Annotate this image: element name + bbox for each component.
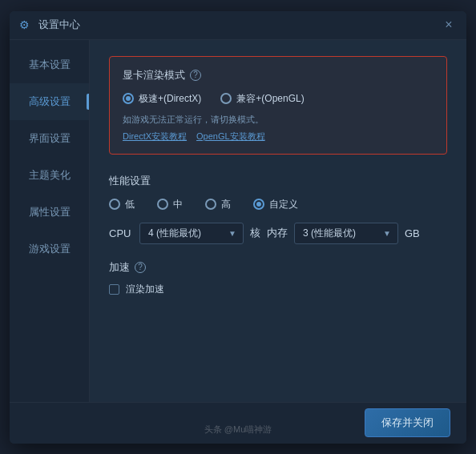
cpu-select[interactable]: 4 (性能最优) ▼ (139, 223, 244, 244)
renderer-directx-radio[interactable] (123, 93, 134, 104)
acceleration-title: 加速 ? (109, 260, 447, 275)
cpu-label: CPU (109, 227, 133, 239)
opengl-tutorial-link[interactable]: OpenGL安装教程 (196, 131, 265, 143)
mem-label: 内存 (267, 226, 288, 240)
gb-label: GB (405, 227, 420, 239)
cpu-mem-row: CPU 4 (性能最优) ▼ 核 内存 3 (性能最优) ▼ GB (109, 223, 447, 244)
renderer-opengl-label: 兼容+(OpenGL) (236, 92, 304, 106)
acceleration-help-icon[interactable]: ? (135, 262, 146, 273)
renderer-options: 极速+(DirectX) 兼容+(OpenGL) (123, 92, 434, 106)
directx-tutorial-link[interactable]: DirectX安装教程 (123, 131, 187, 143)
render-accel-checkbox[interactable]: 渲染加速 (109, 283, 447, 296)
acceleration-section: 加速 ? 渲染加速 (109, 260, 447, 296)
window-title: 设置中心 (38, 18, 80, 32)
sidebar-item-ui[interactable]: 界面设置 (10, 120, 89, 157)
save-button[interactable]: 保存并关闭 (365, 408, 450, 437)
renderer-warning: 如游戏无法正常运行，请切换模式。 (123, 114, 434, 126)
perf-low-label: 低 (125, 198, 135, 211)
sidebar: 基本设置 高级设置 界面设置 主题美化 属性设置 游戏设置 (10, 40, 90, 402)
perf-low-radio[interactable] (109, 199, 120, 210)
performance-title: 性能设置 (109, 174, 447, 188)
sidebar-item-theme[interactable]: 主题美化 (10, 157, 89, 194)
main-content: 基本设置 高级设置 界面设置 主题美化 属性设置 游戏设置 (10, 40, 466, 402)
renderer-opengl-radio[interactable] (220, 93, 232, 104)
perf-custom-label: 自定义 (269, 198, 298, 211)
renderer-directx-option[interactable]: 极速+(DirectX) (123, 92, 201, 106)
mem-select-arrow: ▼ (383, 229, 391, 238)
sidebar-item-games[interactable]: 游戏设置 (10, 231, 89, 267)
content-area: 显卡渲染模式 ? 极速+(DirectX) 兼容+(OpenGL) 如 (90, 40, 466, 402)
renderer-title: 显卡渲染模式 ? (123, 68, 434, 82)
sidebar-item-props[interactable]: 属性设置 (10, 194, 89, 231)
mem-select[interactable]: 3 (性能最优) ▼ (294, 223, 398, 244)
close-button[interactable]: × (441, 17, 457, 33)
perf-custom-radio[interactable] (253, 199, 264, 210)
bottom-bar: 保存并关闭 (10, 402, 466, 444)
render-accel-box[interactable] (109, 284, 119, 295)
titlebar: ⚙ 设置中心 × (10, 11, 466, 40)
perf-high-radio[interactable] (205, 199, 216, 210)
settings-icon: ⚙ (19, 18, 32, 31)
perf-mid-label: 中 (173, 198, 183, 211)
settings-window: ⚙ 设置中心 × 基本设置 高级设置 界面设置 主题美化 属性设置 游戏设置 (10, 11, 466, 444)
renderer-opengl-option[interactable]: 兼容+(OpenGL) (220, 92, 304, 106)
perf-low-option[interactable]: 低 (109, 198, 135, 211)
renderer-box: 显卡渲染模式 ? 极速+(DirectX) 兼容+(OpenGL) 如 (109, 56, 447, 155)
sidebar-item-advanced[interactable]: 高级设置 (10, 83, 89, 120)
performance-section: 性能设置 低 中 高 自定义 (109, 174, 447, 244)
sidebar-item-basic[interactable]: 基本设置 (10, 46, 89, 83)
perf-custom-option[interactable]: 自定义 (253, 198, 298, 211)
perf-high-option[interactable]: 高 (205, 198, 231, 211)
renderer-section: 显卡渲染模式 ? 极速+(DirectX) 兼容+(OpenGL) 如 (109, 56, 447, 155)
perf-high-label: 高 (221, 198, 231, 211)
renderer-directx-label: 极速+(DirectX) (139, 92, 201, 106)
cpu-select-arrow: ▼ (228, 229, 236, 238)
perf-mid-radio[interactable] (157, 199, 168, 210)
renderer-links: DirectX安装教程 OpenGL安装教程 (123, 131, 434, 143)
renderer-help-icon[interactable]: ? (190, 70, 201, 81)
perf-mid-option[interactable]: 中 (157, 198, 183, 211)
performance-options: 低 中 高 自定义 (109, 198, 447, 211)
core-label: 核 (250, 226, 260, 240)
render-accel-label: 渲染加速 (126, 283, 164, 296)
